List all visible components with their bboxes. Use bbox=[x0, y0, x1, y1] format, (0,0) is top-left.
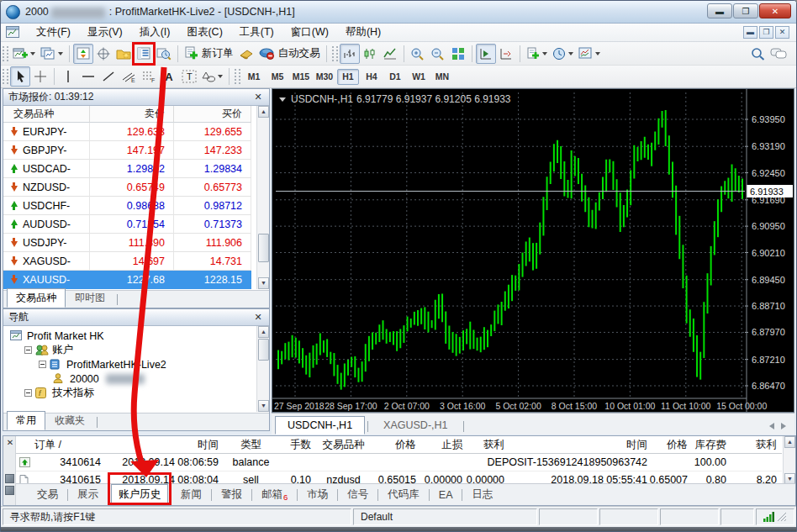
terminal-tab-3[interactable]: 新闻 bbox=[174, 485, 208, 504]
toolbar-grip[interactable] bbox=[235, 69, 240, 84]
column-header[interactable]: 获利 bbox=[731, 436, 782, 454]
auto-scroll-button[interactable] bbox=[476, 44, 496, 64]
market-row[interactable]: AUDUSD-0.713540.71373 bbox=[3, 215, 269, 234]
scroll-down-icon[interactable]: ▼ bbox=[258, 277, 269, 289]
timeframe-button-m5[interactable]: M5 bbox=[267, 69, 288, 85]
chart-tab-xagusd[interactable]: XAGUSD-,H1 bbox=[371, 416, 460, 435]
tab-symbols[interactable]: 交易品种 bbox=[7, 288, 66, 308]
terminal-tab-5[interactable]: 邮箱6 bbox=[255, 485, 294, 505]
market-row[interactable]: EURJPY-129.633129.655 bbox=[3, 123, 269, 141]
minimize-button[interactable]: ▬ bbox=[707, 3, 732, 18]
tab-common[interactable]: 常用 bbox=[7, 411, 45, 430]
shortcut-icon[interactable] bbox=[5, 474, 14, 483]
periods-button[interactable] bbox=[550, 44, 576, 64]
close-icon[interactable]: ✕ bbox=[252, 312, 264, 324]
timeframe-button-d1[interactable]: D1 bbox=[384, 69, 406, 85]
search-button[interactable] bbox=[747, 44, 768, 64]
channel-tool-button[interactable]: E bbox=[119, 66, 139, 87]
tree-item-3[interactable]: 20000 bbox=[3, 371, 269, 386]
restore-button[interactable]: ❐ bbox=[733, 3, 758, 18]
zoom-out-button[interactable] bbox=[428, 44, 448, 64]
shapes-tool-button[interactable] bbox=[199, 66, 225, 87]
market-watch-button[interactable] bbox=[73, 44, 93, 64]
menu-item-2[interactable]: 插入(I) bbox=[131, 24, 179, 41]
navigator-titlebar[interactable]: 导航 ✕ bbox=[3, 309, 269, 326]
market-row[interactable]: NZDUSD-0.657490.65773 bbox=[3, 178, 269, 197]
indicators-button[interactable] bbox=[524, 44, 550, 64]
tab-favorites[interactable]: 收藏夹 bbox=[45, 411, 94, 430]
scroll-down-icon[interactable]: ▼ bbox=[258, 400, 269, 412]
zoom-in-button[interactable] bbox=[408, 44, 428, 64]
market-row[interactable]: GBPJPY-147.197147.233 bbox=[3, 141, 269, 160]
vertical-line-tool-button[interactable] bbox=[58, 66, 78, 87]
symbol-cell[interactable]: USDCHF- bbox=[3, 197, 90, 215]
fibonacci-tool-button[interactable]: F bbox=[139, 66, 159, 87]
scroll-up-icon[interactable]: ▲ bbox=[258, 106, 269, 118]
tree-item-0[interactable]: Profit Market HK bbox=[3, 329, 269, 343]
scroll-thumb[interactable] bbox=[258, 339, 269, 361]
terminal-tab-0[interactable]: 交易 bbox=[30, 485, 65, 504]
collapse-icon[interactable] bbox=[39, 361, 46, 368]
market-row[interactable]: USDJPY-111.890111.906 bbox=[3, 234, 269, 252]
timeframe-button-w1[interactable]: W1 bbox=[408, 69, 430, 85]
chart-shift-button[interactable] bbox=[496, 44, 516, 64]
timeframe-button-m15[interactable]: M15 bbox=[290, 69, 312, 85]
close-button[interactable]: ✕ bbox=[759, 3, 791, 18]
timeframe-button-m30[interactable]: M30 bbox=[314, 69, 335, 85]
symbol-cell[interactable]: AUDUSD- bbox=[3, 215, 90, 234]
column-header[interactable]: 价格 bbox=[652, 436, 693, 454]
close-icon[interactable]: ✕ bbox=[252, 92, 264, 103]
text-tool-button[interactable]: A bbox=[159, 66, 179, 87]
column-header[interactable]: 时间 bbox=[509, 436, 652, 454]
crosshair-tool-button[interactable] bbox=[30, 66, 50, 87]
symbol-cell[interactable]: NZDUSD- bbox=[3, 178, 90, 197]
terminal-tab-10[interactable]: 日志 bbox=[465, 485, 499, 504]
mdi-minimize-button[interactable]: ▬ bbox=[743, 26, 757, 39]
market-row[interactable]: XAUUSD-1227.681228.15 bbox=[3, 271, 269, 289]
mdi-close-button[interactable]: ✕ bbox=[775, 26, 789, 39]
menu-item-3[interactable]: 图表(C) bbox=[178, 24, 230, 41]
chart-window[interactable]: 27 Sep 201828 Sep 17:002 Oct 07:003 Oct … bbox=[272, 88, 794, 413]
tabs-scroll-right-icon[interactable] bbox=[781, 423, 786, 429]
column-header[interactable]: 手数 bbox=[278, 436, 316, 454]
terminal-tab-1[interactable]: 展示 bbox=[71, 485, 105, 504]
menu-item-0[interactable]: 文件(F) bbox=[28, 24, 79, 41]
terminal-tab-2[interactable]: 账户历史 bbox=[111, 484, 168, 505]
tree-item-4[interactable]: f技术指标 bbox=[3, 386, 269, 400]
bar-chart-button[interactable] bbox=[340, 44, 360, 64]
toolbar-grip[interactable] bbox=[3, 46, 8, 61]
symbol-cell[interactable]: USDCAD- bbox=[3, 160, 90, 178]
market-row[interactable]: USDCHF-0.986880.98712 bbox=[3, 197, 269, 215]
tree-item-1[interactable]: 账户 bbox=[3, 343, 269, 357]
market-row[interactable]: XAGUSD-14.69714.731 bbox=[3, 252, 269, 271]
tile-windows-button[interactable] bbox=[448, 44, 468, 64]
autotrading-button[interactable]: 自动交易 bbox=[256, 44, 323, 64]
scroll-thumb[interactable] bbox=[258, 234, 269, 262]
toolbar-grip[interactable] bbox=[3, 69, 8, 84]
terminal-scrollbar[interactable]: ▲ ▼ bbox=[783, 436, 795, 485]
candlestick-chart-button[interactable] bbox=[360, 44, 380, 64]
column-header[interactable]: 价格 bbox=[371, 436, 421, 454]
navigator-button[interactable] bbox=[113, 44, 134, 64]
scroll-up-icon[interactable]: ▲ bbox=[784, 436, 795, 448]
timeframe-button-h4[interactable]: H4 bbox=[361, 69, 383, 85]
symbol-cell[interactable]: GBPJPY- bbox=[3, 141, 90, 160]
status-profile[interactable]: Default bbox=[353, 508, 537, 525]
shortcut-icon[interactable] bbox=[5, 486, 14, 495]
horizontal-line-tool-button[interactable] bbox=[78, 66, 98, 87]
title-bar[interactable]: 2000 : ProfitMarketHK-Live2 - [USDCNH-,H… bbox=[1, 1, 796, 24]
column-header[interactable]: 库存费 bbox=[693, 436, 731, 454]
resize-grip-icon[interactable] bbox=[777, 512, 787, 522]
timeframe-button-mn[interactable]: MN bbox=[431, 69, 453, 85]
menu-item-1[interactable]: 显示(V) bbox=[79, 24, 131, 41]
terminal-tab-4[interactable]: 警报 bbox=[214, 485, 249, 504]
chat-button[interactable] bbox=[768, 44, 789, 64]
toolbar-grip[interactable] bbox=[332, 46, 338, 61]
symbol-cell[interactable]: XAUUSD- bbox=[3, 271, 90, 289]
scroll-up-icon[interactable]: ▲ bbox=[258, 326, 269, 338]
templates-button[interactable] bbox=[576, 44, 603, 64]
column-header[interactable]: 止损 bbox=[421, 436, 467, 454]
navigator-scrollbar[interactable]: ▲ ▼ bbox=[256, 326, 269, 412]
text-label-tool-button[interactable]: T bbox=[179, 66, 199, 87]
tabs-scroll-left-icon[interactable] bbox=[769, 423, 774, 429]
